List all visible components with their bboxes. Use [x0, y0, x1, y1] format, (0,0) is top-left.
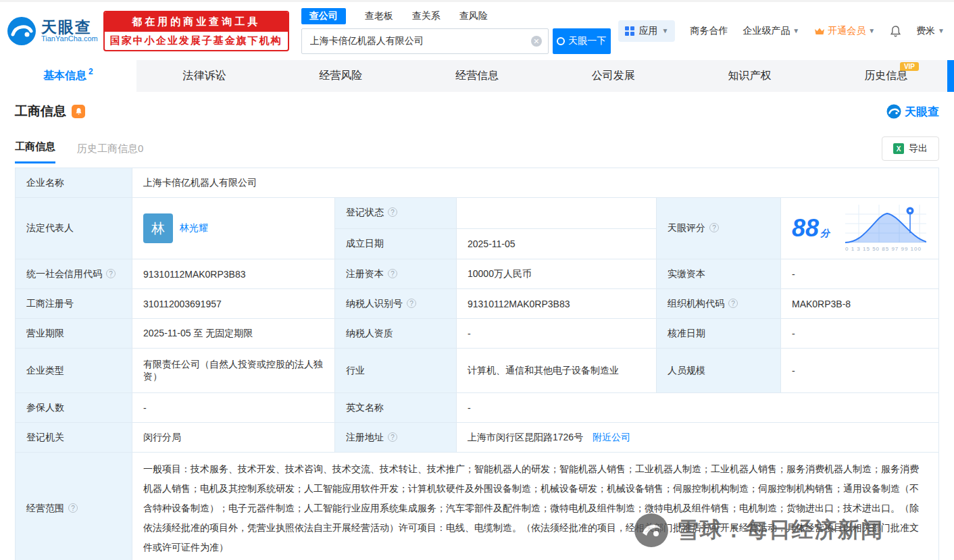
business-scope-label: 经营范围 — [16, 453, 132, 560]
clear-search-icon[interactable]: ✕ — [531, 36, 542, 47]
chevron-down-icon: ▼ — [868, 27, 875, 34]
paid-capital-label: 实缴资本 — [657, 259, 781, 289]
search-tab-boss[interactable]: 查老板 — [365, 8, 393, 24]
search-button-logo-icon — [557, 37, 565, 45]
crown-icon — [814, 27, 825, 36]
company-type-value: 有限责任公司（自然人投资或控股的法人独资） — [132, 349, 335, 393]
help-icon[interactable] — [106, 269, 116, 278]
english-name-label: 英文名称 — [335, 393, 457, 423]
reg-address-label: 注册地址 — [335, 423, 457, 453]
apps-menu[interactable]: 应用 ▼ — [618, 20, 675, 42]
tab-legal-proceedings[interactable]: 法律诉讼 — [136, 60, 273, 92]
reg-capital-value: 10000万人民币 — [457, 259, 657, 289]
reg-status-value — [457, 198, 657, 229]
english-name-value: - — [457, 393, 939, 423]
tianyancha-logo-icon — [886, 104, 901, 119]
business-scope-value: 一般项目：技术服务、技术开发、技术咨询、技术交流、技术转让、技术推广；智能机器人… — [132, 453, 939, 560]
staff-scale-value: - — [781, 349, 939, 393]
reg-address-cell: 上海市闵行区昆阳路1726号 附近公司 — [457, 423, 939, 453]
industry-value: 计算机、通信和其他电子设备制造业 — [457, 349, 657, 393]
approve-date-label: 核准日期 — [657, 319, 781, 349]
basic-info-badge: 2 — [89, 67, 93, 76]
company-section-tabs: 基本信息 2 法律诉讼 经营风险 经营信息 公司发展 知识产权 历史信息 VIP — [0, 60, 954, 92]
staff-scale-label: 人员规模 — [657, 349, 781, 393]
subtab-business-info[interactable]: 工商信息 — [15, 141, 55, 163]
industry-label: 行业 — [335, 349, 457, 393]
chevron-down-icon: ▼ — [793, 27, 799, 34]
paid-capital-value: - — [781, 259, 939, 289]
search-button[interactable]: 天眼一下 — [553, 28, 611, 54]
subscribe-bell-icon[interactable] — [72, 105, 85, 118]
subtab-history-business-info[interactable]: 历史工商信息0 — [77, 143, 143, 163]
credit-code-value: 91310112MAK0RP3B83 — [132, 259, 335, 289]
business-term-value: 2025-11-05 至 无固定期限 — [132, 319, 335, 349]
establish-date-label: 成立日期 — [335, 228, 457, 259]
help-icon[interactable] — [709, 223, 719, 232]
help-icon[interactable] — [407, 299, 416, 308]
chevron-down-icon: ▼ — [938, 27, 945, 34]
taxpayer-quality-label: 纳税人资质 — [335, 319, 457, 349]
help-icon[interactable] — [728, 299, 738, 308]
tyc-score-label: 天眼评分 — [657, 198, 781, 259]
nav-enterprise-products[interactable]: 企业级产品 ▼ — [743, 25, 799, 37]
help-icon[interactable] — [68, 503, 78, 513]
notification-bell-icon[interactable] — [890, 25, 901, 37]
search-input[interactable] — [301, 28, 549, 54]
user-account-menu[interactable]: 费米 ▼ — [916, 25, 945, 37]
legal-rep-label: 法定代表人 — [16, 198, 132, 259]
logo-domain: TianYanCha.com — [41, 35, 98, 43]
approve-date-value: - — [781, 319, 939, 349]
tyc-score-value: 88分 — [792, 214, 830, 243]
tab-intellectual-property[interactable]: 知识产权 — [682, 60, 818, 92]
org-code-value: MAK0RP3B-8 — [781, 289, 939, 319]
excel-icon: X — [893, 143, 904, 154]
help-icon[interactable] — [388, 269, 397, 278]
search-tab-relation[interactable]: 查关系 — [412, 8, 441, 24]
search-tab-company[interactable]: 查公司 — [301, 8, 346, 24]
business-info-table: 企业名称 上海卡倍亿机器人有限公司 法定代表人 林 林光耀 登记状态 — [15, 168, 939, 560]
company-name-value: 上海卡倍亿机器人有限公司 — [132, 168, 939, 198]
header-nav: 应用 ▼ 商务合作 企业级产品 ▼ 开通会员 ▼ — [618, 20, 945, 42]
export-button[interactable]: X 导出 — [882, 136, 939, 161]
tianyancha-logo[interactable]: 天眼查 TianYanCha.com — [7, 16, 98, 46]
reg-status-label: 登记状态 — [335, 198, 457, 229]
tab-business-info[interactable]: 经营信息 — [409, 60, 545, 92]
business-term-label: 营业期限 — [16, 319, 132, 349]
reg-authority-label: 登记机关 — [16, 423, 132, 453]
help-icon[interactable] — [388, 207, 397, 217]
credit-code-label: 统一社会信用代码 — [16, 259, 132, 289]
taxpayer-id-value: 91310112MAK0RP3B83 — [457, 289, 657, 319]
promo-banner-line2: 国家中小企业发展子基金旗下机构 — [105, 32, 288, 50]
legal-rep-avatar[interactable]: 林 — [143, 213, 173, 243]
legal-rep-link[interactable]: 林光耀 — [180, 222, 208, 234]
chevron-down-icon: ▼ — [661, 27, 668, 34]
org-code-label: 组织机构代码 — [657, 289, 781, 319]
tab-business-risk[interactable]: 经营风险 — [272, 60, 409, 92]
promo-banner-line1: 都在用的商业查询工具 — [105, 12, 288, 32]
tab-history-info[interactable]: 历史信息 VIP — [818, 60, 954, 92]
tab-basic-info[interactable]: 基本信息 2 — [0, 60, 136, 92]
vip-badge: VIP — [900, 62, 919, 71]
reg-number-label: 工商注册号 — [16, 289, 132, 319]
score-axis-labels: 0 1 3 15 50 85 97 99 100 — [845, 246, 926, 252]
page: 天眼查 TianYanCha.com 都在用的商业查询工具 国家中小企业发展子基… — [0, 0, 954, 560]
nav-business-cooperation[interactable]: 商务合作 — [690, 25, 728, 37]
nearby-companies-link[interactable]: 附近公司 — [593, 432, 630, 442]
subtabs-row: 工商信息 历史工商信息0 X 导出 — [15, 136, 939, 163]
side-float-button[interactable] — [947, 60, 954, 92]
company-type-label: 企业类型 — [16, 349, 132, 393]
tab-company-development[interactable]: 公司发展 — [545, 60, 682, 92]
search-area: 查公司 查老板 查关系 查风险 ✕ 天眼一下 — [301, 8, 611, 54]
reg-capital-label: 注册资本 — [335, 259, 457, 289]
business-info-section: 工商信息 天眼查 工商信息 历史工商信息0 X 导出 — [0, 103, 954, 560]
search-tabs: 查公司 查老板 查关系 查风险 — [301, 8, 611, 24]
help-icon[interactable] — [388, 432, 397, 442]
open-vip-button[interactable]: 开通会员 ▼ — [814, 25, 875, 37]
score-distribution-chart: 0 1 3 15 50 85 97 99 100 — [845, 205, 928, 252]
taxpayer-quality-value: - — [457, 319, 657, 349]
insured-num-label: 参保人数 — [16, 393, 132, 423]
search-tab-risk[interactable]: 查风险 — [459, 8, 488, 24]
promo-banner: 都在用的商业查询工具 国家中小企业发展子基金旗下机构 — [103, 11, 289, 51]
company-name-label: 企业名称 — [16, 168, 132, 198]
logo-title: 天眼查 — [41, 19, 98, 35]
